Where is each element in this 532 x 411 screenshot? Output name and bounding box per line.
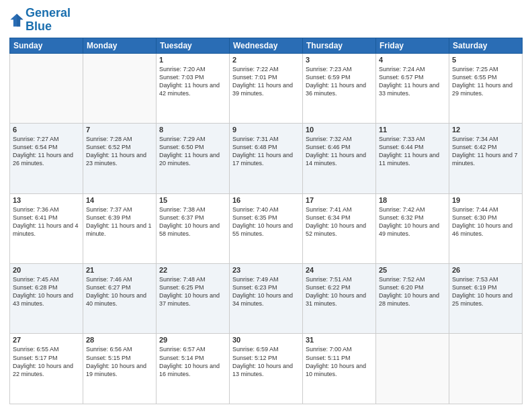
calendar-cell [449, 334, 523, 404]
day-info: Sunrise: 7:23 AM Sunset: 6:59 PM Dayligh… [306, 65, 373, 98]
calendar-cell: 20Sunrise: 7:45 AM Sunset: 6:28 PM Dayli… [10, 264, 83, 334]
day-info: Sunrise: 7:25 AM Sunset: 6:55 PM Dayligh… [452, 65, 519, 98]
calendar-cell [83, 53, 157, 123]
svg-marker-1 [17, 13, 24, 26]
day-number: 6 [13, 126, 80, 134]
day-number: 21 [86, 266, 153, 274]
day-number: 28 [86, 336, 153, 344]
day-info: Sunrise: 7:46 AM Sunset: 6:27 PM Dayligh… [86, 275, 153, 308]
day-info: Sunrise: 6:57 AM Sunset: 5:14 PM Dayligh… [159, 345, 226, 378]
day-number: 20 [13, 266, 80, 274]
day-info: Sunrise: 7:33 AM Sunset: 6:44 PM Dayligh… [379, 135, 446, 168]
day-header-friday: Friday [376, 38, 449, 53]
day-number: 15 [159, 196, 226, 204]
day-number: 16 [232, 196, 300, 204]
day-info: Sunrise: 7:32 AM Sunset: 6:46 PM Dayligh… [306, 135, 373, 168]
calendar-cell: 25Sunrise: 7:52 AM Sunset: 6:20 PM Dayli… [376, 264, 449, 334]
day-info: Sunrise: 7:00 AM Sunset: 5:11 PM Dayligh… [306, 345, 373, 378]
calendar-cell: 6Sunrise: 7:27 AM Sunset: 6:54 PM Daylig… [10, 124, 83, 193]
day-info: Sunrise: 7:44 AM Sunset: 6:30 PM Dayligh… [452, 205, 519, 238]
day-number: 3 [306, 56, 373, 64]
calendar-cell [376, 334, 449, 404]
calendar-cell: 9Sunrise: 7:31 AM Sunset: 6:48 PM Daylig… [230, 124, 303, 193]
day-number: 31 [306, 336, 373, 344]
day-number: 14 [86, 196, 153, 204]
calendar-cell: 17Sunrise: 7:41 AM Sunset: 6:34 PM Dayli… [303, 193, 376, 263]
day-info: Sunrise: 6:59 AM Sunset: 5:12 PM Dayligh… [232, 345, 300, 378]
day-number: 23 [232, 266, 300, 274]
day-info: Sunrise: 7:49 AM Sunset: 6:23 PM Dayligh… [232, 275, 300, 308]
day-number: 25 [379, 266, 446, 274]
calendar-cell: 23Sunrise: 7:49 AM Sunset: 6:23 PM Dayli… [230, 264, 303, 334]
day-info: Sunrise: 7:24 AM Sunset: 6:57 PM Dayligh… [379, 65, 446, 98]
week-row-4: 20Sunrise: 7:45 AM Sunset: 6:28 PM Dayli… [10, 264, 523, 334]
day-number: 9 [232, 126, 300, 134]
calendar-cell: 18Sunrise: 7:42 AM Sunset: 6:32 PM Dayli… [376, 193, 449, 263]
day-number: 13 [13, 196, 80, 204]
calendar-cell: 10Sunrise: 7:32 AM Sunset: 6:46 PM Dayli… [303, 124, 376, 193]
logo-icon [9, 13, 24, 28]
day-number: 12 [452, 126, 519, 134]
calendar-cell: 19Sunrise: 7:44 AM Sunset: 6:30 PM Dayli… [449, 193, 523, 263]
day-number: 11 [379, 126, 446, 134]
calendar-cell: 8Sunrise: 7:29 AM Sunset: 6:50 PM Daylig… [157, 124, 230, 193]
day-info: Sunrise: 7:36 AM Sunset: 6:41 PM Dayligh… [13, 205, 80, 238]
week-row-1: 1Sunrise: 7:20 AM Sunset: 7:03 PM Daylig… [10, 53, 523, 123]
calendar-cell: 16Sunrise: 7:40 AM Sunset: 6:35 PM Dayli… [230, 193, 303, 263]
day-info: Sunrise: 7:27 AM Sunset: 6:54 PM Dayligh… [13, 135, 80, 168]
day-header-tuesday: Tuesday [157, 38, 230, 53]
day-info: Sunrise: 7:31 AM Sunset: 6:48 PM Dayligh… [232, 135, 300, 168]
week-row-3: 13Sunrise: 7:36 AM Sunset: 6:41 PM Dayli… [10, 193, 523, 263]
header: General Blue [9, 7, 523, 34]
day-info: Sunrise: 7:28 AM Sunset: 6:52 PM Dayligh… [86, 135, 153, 168]
day-info: Sunrise: 7:22 AM Sunset: 7:01 PM Dayligh… [232, 65, 300, 98]
day-number: 19 [452, 196, 519, 204]
calendar-cell: 2Sunrise: 7:22 AM Sunset: 7:01 PM Daylig… [230, 53, 303, 123]
day-header-saturday: Saturday [449, 38, 523, 53]
calendar-table: SundayMondayTuesdayWednesdayThursdayFrid… [9, 38, 523, 404]
day-info: Sunrise: 7:48 AM Sunset: 6:25 PM Dayligh… [159, 275, 226, 308]
calendar-cell: 7Sunrise: 7:28 AM Sunset: 6:52 PM Daylig… [83, 124, 157, 193]
day-info: Sunrise: 7:37 AM Sunset: 6:39 PM Dayligh… [86, 205, 153, 238]
calendar-cell: 15Sunrise: 7:38 AM Sunset: 6:37 PM Dayli… [157, 193, 230, 263]
day-header-sunday: Sunday [10, 38, 83, 53]
header-row: SundayMondayTuesdayWednesdayThursdayFrid… [10, 38, 523, 53]
day-info: Sunrise: 7:20 AM Sunset: 7:03 PM Dayligh… [159, 65, 226, 98]
day-number: 10 [306, 126, 373, 134]
logo-line2: Blue [26, 19, 52, 33]
day-info: Sunrise: 7:34 AM Sunset: 6:42 PM Dayligh… [452, 135, 519, 168]
calendar-cell: 13Sunrise: 7:36 AM Sunset: 6:41 PM Dayli… [10, 193, 83, 263]
calendar-cell: 31Sunrise: 7:00 AM Sunset: 5:11 PM Dayli… [303, 334, 376, 404]
day-number: 24 [306, 266, 373, 274]
day-info: Sunrise: 6:55 AM Sunset: 5:17 PM Dayligh… [13, 345, 80, 378]
calendar-cell: 22Sunrise: 7:48 AM Sunset: 6:25 PM Dayli… [157, 264, 230, 334]
calendar-cell: 24Sunrise: 7:51 AM Sunset: 6:22 PM Dayli… [303, 264, 376, 334]
day-info: Sunrise: 7:53 AM Sunset: 6:19 PM Dayligh… [452, 275, 519, 308]
day-info: Sunrise: 7:51 AM Sunset: 6:22 PM Dayligh… [306, 275, 373, 308]
day-number: 30 [232, 336, 300, 344]
calendar-cell: 28Sunrise: 6:56 AM Sunset: 5:15 PM Dayli… [83, 334, 157, 404]
calendar-cell: 4Sunrise: 7:24 AM Sunset: 6:57 PM Daylig… [376, 53, 449, 123]
day-info: Sunrise: 7:52 AM Sunset: 6:20 PM Dayligh… [379, 275, 446, 308]
day-info: Sunrise: 7:42 AM Sunset: 6:32 PM Dayligh… [379, 205, 446, 238]
logo: General Blue [9, 7, 71, 34]
day-info: Sunrise: 7:40 AM Sunset: 6:35 PM Dayligh… [232, 205, 300, 238]
day-number: 4 [379, 56, 446, 64]
week-row-2: 6Sunrise: 7:27 AM Sunset: 6:54 PM Daylig… [10, 124, 523, 193]
calendar-cell: 3Sunrise: 7:23 AM Sunset: 6:59 PM Daylig… [303, 53, 376, 123]
logo-text: General Blue [26, 7, 71, 34]
calendar-cell: 5Sunrise: 7:25 AM Sunset: 6:55 PM Daylig… [449, 53, 523, 123]
day-info: Sunrise: 7:45 AM Sunset: 6:28 PM Dayligh… [13, 275, 80, 308]
day-number: 27 [13, 336, 80, 344]
page: General Blue SundayMondayTuesdayWednesda… [0, 0, 532, 411]
day-header-wednesday: Wednesday [230, 38, 303, 53]
calendar-cell: 12Sunrise: 7:34 AM Sunset: 6:42 PM Dayli… [449, 124, 523, 193]
day-number: 26 [452, 266, 519, 274]
day-number: 5 [452, 56, 519, 64]
day-number: 8 [159, 126, 226, 134]
calendar-cell: 21Sunrise: 7:46 AM Sunset: 6:27 PM Dayli… [83, 264, 157, 334]
day-info: Sunrise: 7:29 AM Sunset: 6:50 PM Dayligh… [159, 135, 226, 168]
day-number: 29 [159, 336, 226, 344]
day-number: 7 [86, 126, 153, 134]
calendar-cell: 29Sunrise: 6:57 AM Sunset: 5:14 PM Dayli… [157, 334, 230, 404]
